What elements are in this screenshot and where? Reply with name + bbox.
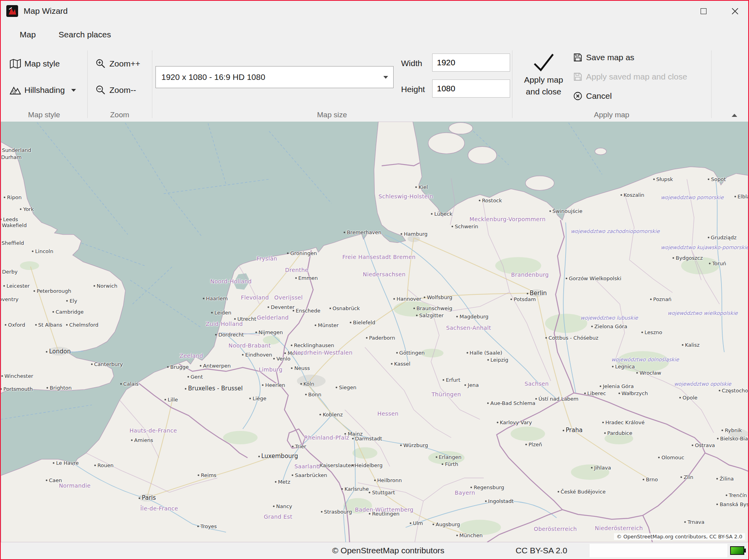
- map-label: Luxembourg: [258, 453, 298, 460]
- map-label: Salzgitter: [416, 312, 444, 318]
- map-label: Jihlava: [591, 464, 611, 470]
- apply-map-label-line2: and close: [512, 86, 575, 98]
- map-label: Chelmsford: [66, 322, 98, 328]
- map-label: Heilbronn: [374, 477, 402, 483]
- map-label: Emmen: [295, 275, 318, 281]
- map-label: Trnava: [684, 519, 705, 525]
- map-label: Köln: [300, 381, 314, 386]
- map-label: Pardubice: [604, 430, 632, 436]
- map-label: Słupsk: [653, 176, 673, 182]
- hillshading-button[interactable]: Hillshading: [9, 82, 76, 98]
- map-label: Częstochowa: [719, 388, 748, 394]
- map-label: Strasbourg: [321, 508, 352, 514]
- map-label: Leiden: [211, 310, 231, 316]
- map-label: Göttingen: [396, 349, 425, 355]
- map-label: Overijssel: [274, 294, 303, 301]
- map-label: Thüringen: [431, 391, 461, 397]
- map-label: Hradec Králové: [602, 420, 645, 425]
- chevron-down-icon: [71, 89, 76, 92]
- collapse-ribbon-button[interactable]: [732, 114, 737, 117]
- status-license: CC BY-SA 2.0: [516, 542, 567, 559]
- circle-x-icon: [573, 91, 583, 101]
- map-label: Poznań: [650, 296, 672, 302]
- group-caption-map-size: Map size: [152, 111, 512, 119]
- ribbon-toolbar: Map style Hillshading Map style Zo: [1, 48, 748, 122]
- map-label: Heerlen: [262, 382, 285, 388]
- size-preset-dropdown[interactable]: 1920 x 1080 - 16:9 HD 1080: [155, 66, 394, 88]
- map-label: Zuid-Holland: [206, 321, 243, 327]
- map-label: Banská Bystrica: [716, 501, 748, 507]
- map-label: Bielefeld: [350, 319, 375, 325]
- group-map-style: Map style Hillshading Map style: [1, 48, 87, 122]
- map-label: York: [20, 206, 34, 212]
- map-label: Flevoland: [241, 294, 269, 301]
- map-label: Bonn: [305, 391, 321, 397]
- save-map-as-button[interactable]: Save map as: [573, 49, 634, 66]
- map-label: Schleswig-Holstein: [379, 193, 433, 200]
- map-style-button[interactable]: Map style: [9, 56, 60, 72]
- map-label: Portsmouth: [1, 386, 33, 392]
- map-label: Limburg: [259, 366, 282, 373]
- group-separator: [711, 50, 712, 118]
- map-label: Gorzów Wielkopolski: [566, 275, 621, 281]
- window-title: Map Wizard: [24, 1, 68, 21]
- height-input[interactable]: [432, 79, 510, 98]
- map-label: Legnica: [612, 364, 635, 370]
- map-label: Stuttgart: [369, 489, 395, 495]
- map-label: Haarlem: [203, 295, 227, 301]
- map-label: Heidelberg: [351, 462, 383, 468]
- map-label: Lille: [165, 396, 178, 402]
- menu-item-search-places[interactable]: Search places: [59, 30, 111, 39]
- map-label: Siegen: [336, 384, 356, 390]
- map-label: Calais: [120, 381, 139, 386]
- status-attribution: © OpenStreetMap contributors: [332, 542, 444, 559]
- magnifier-plus-icon: [95, 58, 106, 69]
- map-label: Leeds: [1, 216, 18, 222]
- map-label: Gelderland: [257, 314, 289, 321]
- map-label: województwo wielkopolskie: [668, 310, 738, 316]
- zoom-in-button[interactable]: Zoom++: [95, 56, 140, 72]
- map-label: Moers: [285, 350, 303, 356]
- map-label: Würzburg: [400, 442, 428, 448]
- map-label: Noord-Holland: [210, 278, 252, 285]
- map-viewport[interactable]: LondonParisBerlinPrahaBruxelles - Brusse…: [1, 122, 748, 542]
- group-map-size: 1920 x 1080 - 16:9 HD 1080 Width Height …: [152, 48, 512, 122]
- maximize-button[interactable]: [690, 1, 717, 21]
- map-label: Dordrecht: [215, 331, 244, 337]
- close-button[interactable]: [721, 1, 748, 21]
- map-label: Leipzig: [487, 357, 509, 363]
- map-label: Trenčín: [725, 492, 747, 498]
- map-label: Liberec: [584, 390, 606, 396]
- apply-saved-map-button[interactable]: Apply saved map and close: [573, 68, 687, 85]
- map-label: Winchester: [1, 373, 33, 379]
- map-label: Canterbury: [91, 361, 123, 367]
- map-label: Brandenburg: [511, 272, 549, 278]
- apply-map-button[interactable]: Apply map and close: [512, 48, 575, 98]
- map-label: Noord-Brabant: [229, 342, 271, 349]
- map-label: Berlin: [527, 290, 547, 297]
- width-input[interactable]: [432, 54, 510, 72]
- map-label: Nordrhein-Westfalen: [293, 349, 353, 356]
- map-label: Ely: [67, 298, 78, 304]
- map-label: Rybnik: [721, 427, 742, 433]
- menu-item-map[interactable]: Map: [20, 30, 36, 39]
- map-label: Bielsko-Biała: [717, 435, 748, 441]
- zoom-out-button[interactable]: Zoom--: [95, 82, 136, 98]
- group-caption-zoom: Zoom: [87, 111, 152, 119]
- map-label: Hauts-de-France: [129, 427, 177, 434]
- map-label: Paderborn: [366, 335, 395, 341]
- cancel-button[interactable]: Cancel: [573, 87, 612, 105]
- maximize-icon: [701, 8, 706, 14]
- map-label: Groningen: [287, 250, 317, 256]
- map-label: Cambridge: [52, 309, 83, 315]
- map-label: województwo pomorskie: [661, 194, 724, 200]
- map-label: Opole: [679, 395, 697, 401]
- map-label: Paris: [139, 494, 156, 501]
- map-labels-layer: LondonParisBerlinPrahaBruxelles - Brusse…: [1, 122, 748, 542]
- battery-icon: [730, 546, 744, 555]
- map-label: Osnabrück: [329, 305, 360, 311]
- map-label: Plzeň: [525, 441, 542, 447]
- status-inset-panel: [590, 544, 727, 557]
- map-label: Freie Hansestadt Bremen: [342, 254, 416, 260]
- map-label: Trier: [292, 444, 306, 449]
